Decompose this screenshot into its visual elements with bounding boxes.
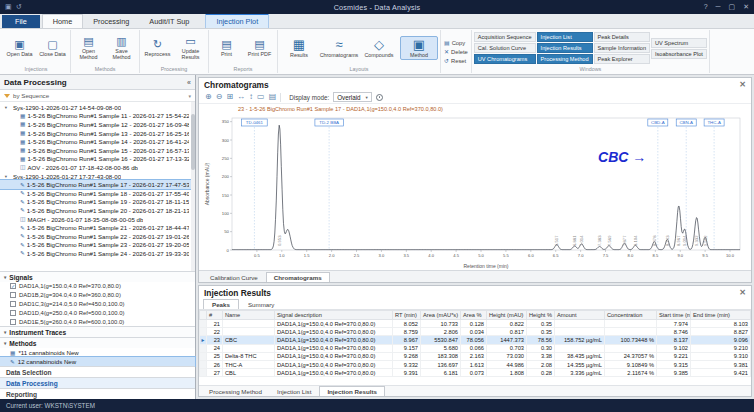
layout-method-button[interactable]: ▣ Method xyxy=(400,36,438,60)
column-header[interactable]: Amount xyxy=(555,311,605,320)
close-panel-icon[interactable]: ✕ xyxy=(739,80,746,89)
tree-item[interactable]: ▦ 1-5-26 BigChromo Run#1 Sample 11 - 202… xyxy=(0,112,195,121)
column-header[interactable]: Area (mAU*s) xyxy=(421,311,461,320)
close-data-button[interactable]: ▢ Close Data xyxy=(37,37,68,59)
column-header[interactable]: Start time (min) xyxy=(657,311,691,320)
CBL[interactable]: 27 CBL DAD1A,1(g=150.0,4.0 Ref=370.0,80.… xyxy=(200,369,751,377)
tree-item[interactable]: ✎ 1-5-26 BigChromo Run#1 Sample 22 - 202… xyxy=(0,232,195,241)
window-peak-details[interactable]: Peak Details xyxy=(594,32,651,42)
zoom-region-icon[interactable]: ⊞ xyxy=(226,93,233,101)
tab-injection-plot[interactable]: Injection Plot xyxy=(205,13,269,28)
print-button[interactable]: ▤ Print xyxy=(211,37,242,59)
signal-checkbox[interactable] xyxy=(10,319,16,325)
column-header[interactable]: Concentration xyxy=(605,311,657,320)
column-header[interactable]: End time (min) xyxy=(691,311,751,320)
tree-item[interactable]: ▾ Sys-1290-1-2026-01-27 14-54-09-08-00 xyxy=(0,103,195,112)
signal-item[interactable]: DAD1E,5(g=260.0,4.0 Ref=600.0,100.0) xyxy=(0,317,195,326)
table-row[interactable]: 21 DAD1A,1(g=150.0,4.0 Ref=370.0,80.0) 8… xyxy=(200,320,751,328)
copy-plot-icon[interactable]: ▤ xyxy=(269,93,277,101)
tree-scrollbar[interactable] xyxy=(191,102,195,271)
tree-expander-icon[interactable]: ▾ xyxy=(3,105,9,110)
tab-processing-method[interactable]: Processing Method xyxy=(202,387,269,396)
tree-item[interactable]: ◫ AOV - 2026-01-07 17-18-42-08-00-86 db xyxy=(0,163,195,172)
zoom-in-icon[interactable]: ⊕ xyxy=(205,93,212,101)
window-uv-spectrum[interactable]: UV Spectrum xyxy=(651,38,707,48)
window-cal-solution-curve[interactable]: Cal. Solution Curve xyxy=(474,43,536,53)
sequence-filter[interactable]: by Sequence ▾ xyxy=(0,90,195,102)
column-header[interactable]: Height (mAU) xyxy=(487,311,527,320)
zoom-out-icon[interactable]: ⊖ xyxy=(216,93,223,101)
update-results-button[interactable]: ▭ Update Results xyxy=(175,34,206,62)
window-sample-information[interactable]: Sample Information xyxy=(594,43,651,53)
tree-item[interactable]: ▦ 1-5-26 BigChromo Run#1 Sample 16 - 202… xyxy=(0,155,195,164)
Delta-8 THC[interactable]: 25 Delta-8 THC DAD1A,1(g=150.0,4.0 Ref=3… xyxy=(200,352,751,360)
tree-expander-icon[interactable]: ▾ xyxy=(3,174,9,179)
tab-chromatograms[interactable]: Chromatograms xyxy=(266,272,330,282)
tree-item[interactable]: ▦ 1-5-26 BigChromo Run#1 Sample 13 - 202… xyxy=(0,129,195,138)
select-region-icon[interactable]: ▭ xyxy=(257,93,265,101)
tree-scrollbar-thumb[interactable] xyxy=(191,114,195,170)
signal-checkbox[interactable] xyxy=(10,283,16,289)
print-pdf-button[interactable]: ▤ Print PDF xyxy=(244,37,275,59)
column-header[interactable]: Name xyxy=(223,311,275,320)
tree-item[interactable]: ▦ 1-5-26 BigChromo Run#1 Sample 12 - 202… xyxy=(0,120,195,129)
minimize-icon[interactable]: ─ xyxy=(716,3,721,11)
window-acquisition-sequence[interactable]: Acquisition Sequence xyxy=(474,32,536,42)
undo-icon[interactable]: ↺ xyxy=(16,3,22,11)
layout-results-button[interactable]: ▦ Results xyxy=(280,36,318,60)
delete-button[interactable]: ✕ Delete xyxy=(444,48,468,55)
maximize-icon[interactable]: ▢ xyxy=(729,3,736,11)
column-header[interactable]: # xyxy=(207,311,223,320)
tab-calibration-curve[interactable]: Calibration Curve xyxy=(203,273,265,282)
tree-item[interactable]: ▾ Sys-1290-1-2026-01-27 17-37-43-08-00 xyxy=(0,172,195,181)
tab-summary[interactable]: Summary xyxy=(240,300,282,309)
method-item[interactable]: ▦ *11 cannabinoids New xyxy=(0,348,195,357)
reset-button[interactable]: ↺ Reset xyxy=(444,57,468,64)
layout-chromatograms-button[interactable]: ≈ Chromatograms xyxy=(320,36,358,60)
close-panel-icon[interactable]: ✕ xyxy=(739,288,746,297)
tab-processing[interactable]: Processing xyxy=(83,15,139,28)
signal-item[interactable]: DAD1D,4(g=250.0,4.0 Ref=500.0,100.0) xyxy=(0,308,195,317)
tab-home[interactable]: Home xyxy=(42,14,83,28)
signal-checkbox[interactable] xyxy=(10,292,16,298)
app-icon[interactable]: ▣ xyxy=(5,3,12,11)
methods-section-header[interactable]: ▾ Methods xyxy=(0,337,195,348)
method-item[interactable]: ✎ 12 cannabinoids New xyxy=(0,357,195,366)
chromatogram-plot[interactable]: 0501001502002503003500.51.01.52.02.53.03… xyxy=(202,104,748,270)
close-icon[interactable]: ✕ xyxy=(743,3,749,11)
instrument-traces-section-header[interactable]: ▾ Instrument Traces xyxy=(0,326,195,337)
column-header[interactable]: Area % xyxy=(461,311,487,320)
signal-item[interactable]: DAD1C,3(g=214.0,5.0 Ref=450.0,100.0) xyxy=(0,300,195,309)
window-isoabsorbance-plot[interactable]: Isoabsorbance Plot xyxy=(651,49,707,59)
nav-data-selection[interactable]: Data Selection xyxy=(0,366,195,377)
pan-vertical-icon[interactable]: ↕ xyxy=(249,93,253,101)
tree-item[interactable]: ✎ 1-5-26 BigChromo Run#1 Sample 19 - 202… xyxy=(0,198,195,207)
tab-audit[interactable]: Audit/IT Sup xyxy=(139,15,199,28)
tree-item[interactable]: ✎ 1-5-26 BigChromo Run#1 Sample 18 - 202… xyxy=(0,189,195,198)
reprocess-button[interactable]: ↻ Reprocess xyxy=(142,37,173,59)
tree-item[interactable]: ✎ 1-5-26 BigChromo Run#1 Sample 21 - 202… xyxy=(0,223,195,232)
THC-A[interactable]: 26 THC-A DAD1A,1(g=150.0,4.0 Ref=370.0,8… xyxy=(200,360,751,368)
collapse-sidebar-icon[interactable]: « xyxy=(187,79,191,86)
tree-item[interactable]: ✎ 1-5-26 BigChromo Run#1 Sample 17 - 202… xyxy=(0,180,195,189)
save-method-button[interactable]: ▥ Save Method xyxy=(106,34,137,62)
CBC[interactable]: ▸ 23 CBC DAD1A,1(g=150.0,4.0 Ref=370.0,8… xyxy=(200,336,751,344)
window-injection-list[interactable]: Injection List xyxy=(537,32,593,42)
help-icon[interactable]: ? xyxy=(704,3,708,11)
nav-reporting[interactable]: Reporting xyxy=(0,388,195,399)
tree-item[interactable]: ▦ 1-5-26 BigChromo Run#1 Sample 15 - 202… xyxy=(0,146,195,155)
display-mode-select[interactable]: Overlaid ▾ xyxy=(333,92,372,102)
tab-injection-results[interactable]: Injection Results xyxy=(319,386,385,396)
column-header[interactable]: Height % xyxy=(527,311,555,320)
window-peak-explorer[interactable]: Peak Explorer xyxy=(594,54,651,64)
column-header[interactable]: Signal description xyxy=(275,311,393,320)
tree-item[interactable]: ◫ MAGH - 2026-01-07 18-35-08-08-00-05 db xyxy=(0,215,195,224)
tree-item[interactable]: ▦ 1-5-26 BigChromo Run#1 Sample 14 - 202… xyxy=(0,137,195,146)
open-method-button[interactable]: ▤ Open Method xyxy=(73,34,104,62)
settings-gear-icon[interactable] xyxy=(376,94,383,101)
tree-item[interactable]: ✎ 1-5-26 BigChromo Run#1 Sample 23 - 202… xyxy=(0,241,195,250)
signal-checkbox[interactable] xyxy=(10,301,16,307)
signal-item[interactable]: DAD1A,1(g=150.0,4.0 Ref=370.0,80.0) xyxy=(0,282,195,291)
window-uv-chromatograms[interactable]: UV Chromatograms xyxy=(474,54,536,64)
tab-file[interactable]: File xyxy=(2,15,40,28)
